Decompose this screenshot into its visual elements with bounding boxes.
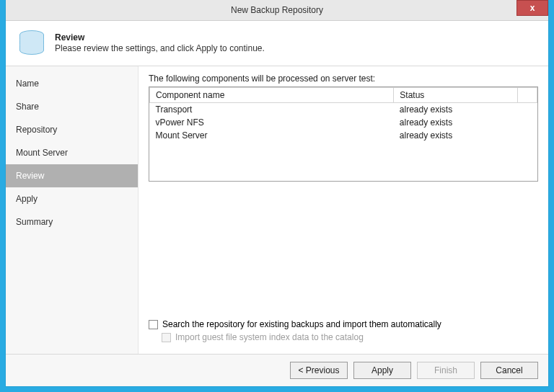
sidebar-item-mount-server[interactable]: Mount Server [6,141,138,164]
cancel-button[interactable]: Cancel [480,362,538,379]
step-title: Review [55,32,265,43]
previous-button[interactable]: < Previous [290,362,348,379]
button-label: Apply [371,365,393,375]
cell-component-name: Transport [150,103,394,117]
wizard-body: Name Share Repository Mount Server Revie… [6,66,548,354]
checkbox-icon [149,320,158,329]
table-row[interactable]: Transport already exists [150,103,537,117]
wizard-header: Review Please review the settings, and c… [6,21,548,66]
cell-component-name: Mount Server [150,129,394,142]
sidebar-item-label: Share [16,102,39,112]
sidebar-item-name[interactable]: Name [6,72,138,95]
options-area: Search the repository for existing backu… [149,316,538,347]
sidebar-item-label: Mount Server [16,148,68,158]
window-title: New Backup Repository [231,5,323,15]
step-description: Please review the settings, and click Ap… [55,43,265,53]
sidebar-item-repository[interactable]: Repository [6,118,138,141]
button-label: Cancel [496,365,522,375]
close-icon: x [530,3,535,13]
checkbox-label: Import guest file system index data to t… [175,332,364,342]
checkbox-icon [162,333,171,342]
column-extra [518,88,537,103]
components-table: Component name Status Transport already … [149,86,538,182]
wizard-window: New Backup Repository x Review Please re… [6,0,548,386]
close-button[interactable]: x [516,0,548,16]
cell-status: already exists [394,129,518,142]
table-row[interactable]: vPower NFS already exists [150,116,537,129]
titlebar: New Backup Repository x [6,0,548,21]
apply-button[interactable]: Apply [353,362,411,379]
sidebar-item-label: Review [16,171,44,181]
button-label: < Previous [298,365,339,375]
sidebar-item-label: Name [16,79,39,89]
sidebar-item-summary[interactable]: Summary [6,210,138,233]
sidebar-item-apply[interactable]: Apply [6,187,138,210]
components-intro: The following components will be process… [149,74,538,84]
table-row[interactable]: Mount Server already exists [150,129,537,142]
checkbox-import-index: Import guest file system index data to t… [149,332,538,342]
wizard-footer: < Previous Apply Finish Cancel [6,354,548,386]
finish-button: Finish [417,362,475,379]
sidebar-item-share[interactable]: Share [6,95,138,118]
cell-status: already exists [394,116,518,129]
column-component-name[interactable]: Component name [150,88,394,103]
sidebar-item-review[interactable]: Review [6,164,138,187]
cell-component-name: vPower NFS [150,116,394,129]
checkbox-label: Search the repository for existing backu… [162,319,441,329]
sidebar-item-label: Repository [16,125,57,135]
repository-icon [16,27,48,58]
button-label: Finish [434,365,457,375]
table-header-row: Component name Status [150,88,537,103]
wizard-sidebar: Name Share Repository Mount Server Revie… [6,66,138,354]
wizard-main: The following components will be process… [138,66,548,354]
column-status[interactable]: Status [394,88,518,103]
header-text: Review Please review the settings, and c… [55,32,265,53]
checkbox-search-repository[interactable]: Search the repository for existing backu… [149,319,538,329]
cell-status: already exists [394,103,518,117]
sidebar-item-label: Apply [16,194,38,204]
sidebar-item-label: Summary [16,217,53,227]
